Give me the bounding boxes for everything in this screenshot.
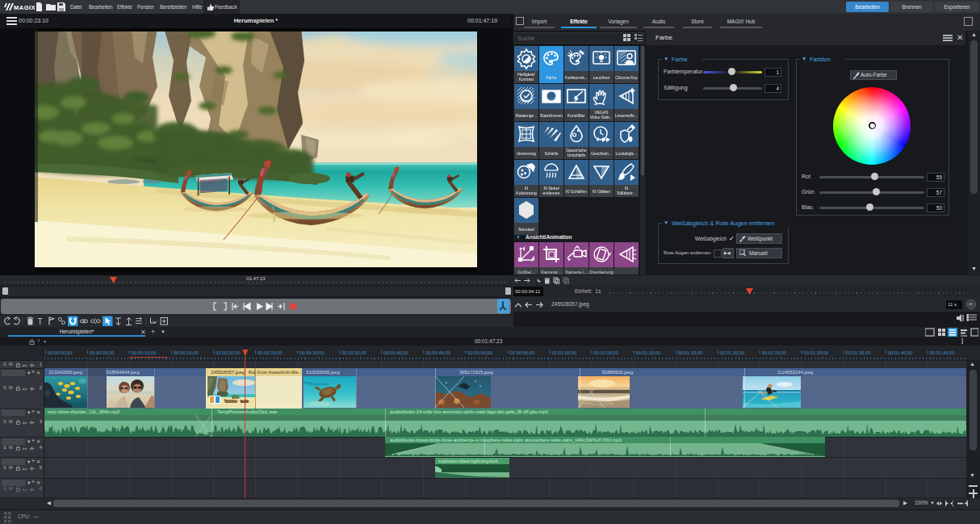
svg-text:00:00:15;00: 00:00:15;00 — [174, 350, 199, 355]
svg-text:00:01:05;00: 00:01:05;00 — [593, 350, 618, 355]
svg-text:00:01:15;00: 00:01:15;00 — [678, 350, 703, 355]
svg-text:T: T — [38, 317, 43, 326]
svg-text:00:00:35;00: 00:00:35;00 — [341, 350, 366, 355]
svg-text:00:00:30;00: 00:00:30;00 — [299, 350, 325, 355]
svg-text:00:00:10;00: 00:00:10;00 — [132, 350, 157, 355]
svg-text:00:00:40;00: 00:00:40;00 — [383, 350, 408, 355]
svg-text:00:01:40;00: 00:01:40;00 — [888, 350, 913, 355]
svg-text:00:00:45;00: 00:00:45;00 — [425, 350, 450, 355]
svg-text:00:01:25;00: 00:01:25;00 — [762, 350, 787, 355]
svg-text:00:01:30;00: 00:01:30;00 — [804, 350, 829, 355]
svg-text:00:00:50;00: 00:00:50;00 — [467, 350, 492, 355]
svg-text:00:01:20;00: 00:01:20;00 — [720, 350, 745, 355]
svg-text:00:00:05;00: 00:00:05;00 — [90, 350, 115, 355]
svg-text:00:01:45;00: 00:01:45;00 — [930, 350, 955, 355]
svg-text:00:01:00;00: 00:01:00;00 — [551, 350, 576, 355]
svg-text:00:00:00;00: 00:00:00;00 — [48, 350, 73, 355]
svg-text:00:00:20;00: 00:00:20;00 — [216, 350, 241, 355]
svg-text:00:00:55;00: 00:00:55;00 — [509, 350, 534, 355]
svg-text:00:01:35;00: 00:01:35;00 — [846, 350, 871, 355]
svg-text:00:00:25;00: 00:00:25;00 — [258, 350, 283, 355]
svg-text:00:01:10;00: 00:01:10;00 — [636, 350, 661, 355]
